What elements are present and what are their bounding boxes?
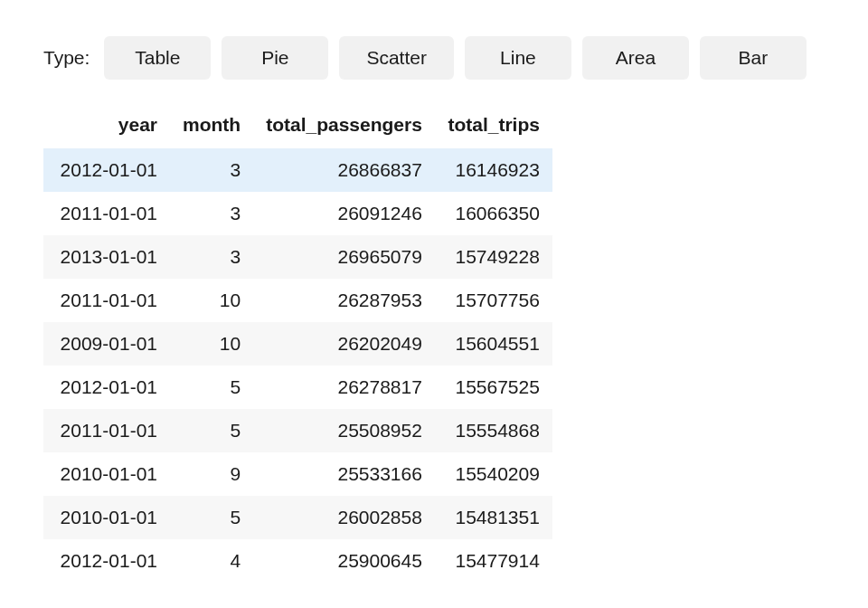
type-selector-row: Type: Table Pie Scatter Line Area Bar [43, 36, 825, 80]
column-header-total-passengers[interactable]: total_passengers [253, 105, 435, 148]
table-row[interactable]: 2010-01-01 5 26002858 15481351 [43, 496, 552, 539]
cell-month: 3 [170, 235, 253, 279]
cell-total-passengers: 26091246 [253, 192, 435, 235]
type-label: Type: [43, 47, 90, 69]
cell-year: 2010-01-01 [43, 496, 170, 539]
cell-month: 10 [170, 322, 253, 366]
table-header-row: year month total_passengers total_trips [43, 105, 552, 148]
type-button-bar[interactable]: Bar [700, 36, 807, 80]
cell-total-trips: 16066350 [435, 192, 552, 235]
type-button-line[interactable]: Line [465, 36, 571, 80]
cell-month: 4 [170, 539, 253, 583]
type-button-area[interactable]: Area [582, 36, 689, 80]
cell-total-trips: 15604551 [435, 322, 552, 366]
cell-year: 2012-01-01 [43, 366, 170, 409]
cell-month: 3 [170, 192, 253, 235]
cell-year: 2009-01-01 [43, 322, 170, 366]
table-row[interactable]: 2011-01-01 10 26287953 15707756 [43, 279, 552, 322]
cell-year: 2011-01-01 [43, 409, 170, 452]
cell-total-passengers: 26965079 [253, 235, 435, 279]
cell-month: 5 [170, 496, 253, 539]
type-button-scatter[interactable]: Scatter [339, 36, 454, 80]
column-header-year[interactable]: year [43, 105, 170, 148]
table-row[interactable]: 2009-01-01 10 26202049 15604551 [43, 322, 552, 366]
table-row[interactable]: 2010-01-01 9 25533166 15540209 [43, 452, 552, 496]
cell-year: 2010-01-01 [43, 452, 170, 496]
table-row[interactable]: 2012-01-01 5 26278817 15567525 [43, 366, 552, 409]
cell-total-passengers: 26002858 [253, 496, 435, 539]
cell-total-passengers: 26287953 [253, 279, 435, 322]
cell-year: 2012-01-01 [43, 148, 170, 192]
cell-total-passengers: 26866837 [253, 148, 435, 192]
cell-total-passengers: 25508952 [253, 409, 435, 452]
column-header-month[interactable]: month [170, 105, 253, 148]
cell-total-passengers: 25533166 [253, 452, 435, 496]
cell-total-passengers: 25900645 [253, 539, 435, 583]
table-row[interactable]: 2011-01-01 5 25508952 15554868 [43, 409, 552, 452]
cell-total-passengers: 26202049 [253, 322, 435, 366]
cell-total-passengers: 26278817 [253, 366, 435, 409]
cell-total-trips: 15477914 [435, 539, 552, 583]
table-row[interactable]: 2013-01-01 3 26965079 15749228 [43, 235, 552, 279]
type-button-table[interactable]: Table [104, 36, 211, 80]
cell-year: 2011-01-01 [43, 192, 170, 235]
cell-month: 3 [170, 148, 253, 192]
cell-total-trips: 15554868 [435, 409, 552, 452]
cell-year: 2011-01-01 [43, 279, 170, 322]
data-table: year month total_passengers total_trips … [43, 105, 552, 583]
cell-month: 5 [170, 409, 253, 452]
cell-month: 10 [170, 279, 253, 322]
cell-month: 9 [170, 452, 253, 496]
cell-total-trips: 15481351 [435, 496, 552, 539]
cell-total-trips: 15540209 [435, 452, 552, 496]
type-button-pie[interactable]: Pie [222, 36, 328, 80]
column-header-total-trips[interactable]: total_trips [435, 105, 552, 148]
table-body: 2012-01-01 3 26866837 16146923 2011-01-0… [43, 148, 552, 583]
cell-year: 2012-01-01 [43, 539, 170, 583]
table-row[interactable]: 2012-01-01 4 25900645 15477914 [43, 539, 552, 583]
table-row[interactable]: 2011-01-01 3 26091246 16066350 [43, 192, 552, 235]
cell-total-trips: 16146923 [435, 148, 552, 192]
cell-total-trips: 15707756 [435, 279, 552, 322]
cell-total-trips: 15749228 [435, 235, 552, 279]
table-row[interactable]: 2012-01-01 3 26866837 16146923 [43, 148, 552, 192]
cell-month: 5 [170, 366, 253, 409]
cell-total-trips: 15567525 [435, 366, 552, 409]
cell-year: 2013-01-01 [43, 235, 170, 279]
